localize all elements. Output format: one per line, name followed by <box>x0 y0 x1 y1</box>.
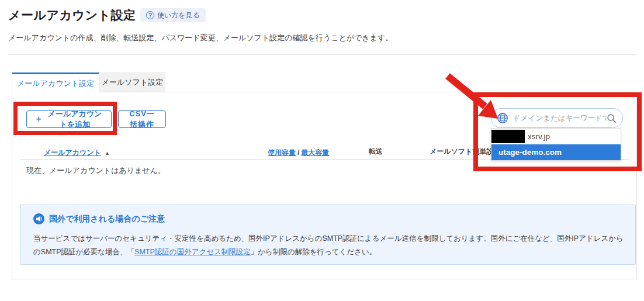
annotation-rect-add-button <box>13 102 117 135</box>
megaphone-icon <box>33 213 44 224</box>
page-description: メールアカウントの作成、削除、転送設定、パスワード変更、メールソフト設定の確認を… <box>8 33 393 43</box>
tab-mail-account-settings[interactable]: メールアカウント設定 <box>12 72 99 92</box>
column-header-usage: 使用容量/最大容量 <box>268 147 329 158</box>
smtp-restriction-link[interactable]: SMTP認証の国外アクセス制限設定 <box>134 248 251 256</box>
sort-asc-icon: ▲ <box>105 150 110 156</box>
help-link-label: 使い方を見る <box>157 11 200 20</box>
empty-state-message: 現在、メールアカウントはありません。 <box>26 165 165 176</box>
overseas-usage-notice: 国外で利用される場合のご注意 当サービスではサーバーのセキュリティ・安定性を高め… <box>20 205 636 265</box>
question-icon: ? <box>146 11 154 19</box>
annotation-rect-search-area <box>473 92 642 171</box>
csv-bulk-button[interactable]: CSV一括操作 <box>118 110 166 128</box>
notice-body: 当サービスではサーバーのセキュリティ・安定性を高めるため、国外IPアドレスからの… <box>33 232 625 259</box>
help-link[interactable]: ? 使い方を見る <box>140 8 206 22</box>
column-header-forward: 転送 <box>369 147 383 157</box>
notice-title: 国外で利用される場合のご注意 <box>49 214 165 224</box>
page-title: メールアカウント設定 <box>8 7 136 23</box>
notice-title-row: 国外で利用される場合のご注意 <box>33 213 165 224</box>
usage-sort-link[interactable]: 使用容量 <box>268 148 296 157</box>
mail-account-settings-page: メールアカウント設定 ? 使い方を見る メールアカウントの作成、削除、転送設定、… <box>0 0 644 301</box>
header-divider <box>8 54 636 54</box>
tab-mail-software-settings[interactable]: メールソフト設定 <box>99 72 165 92</box>
column-header-account[interactable]: メールアカウント▲ <box>44 147 110 158</box>
max-capacity-sort-link[interactable]: 最大容量 <box>301 148 329 157</box>
